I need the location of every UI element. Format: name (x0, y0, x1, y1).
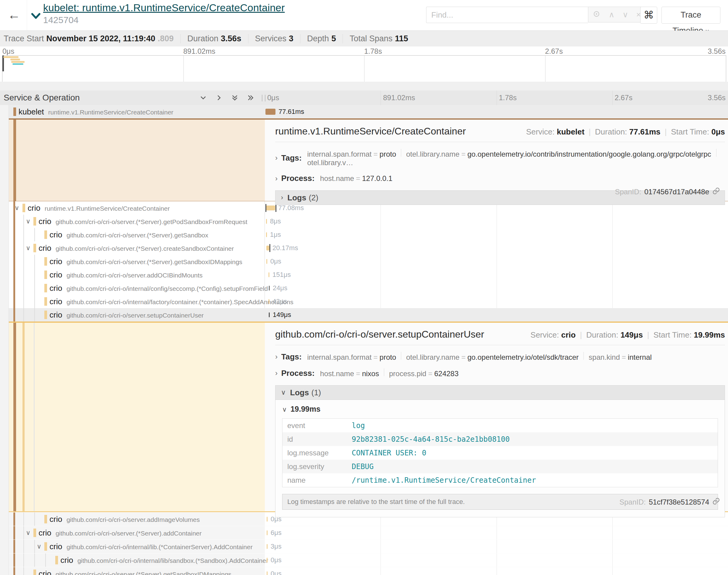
trace-title-link[interactable]: kubelet: runtime.v1.RuntimeService/Creat… (43, 2, 285, 14)
tag-kv: host.name=nixos (320, 369, 379, 378)
span-bar[interactable] (266, 219, 267, 224)
find-input[interactable] (426, 7, 588, 23)
trace-start: Trace StartNovember 15 2022, 11:19:40.80… (0, 34, 181, 43)
span-bar[interactable] (267, 530, 268, 535)
span-bar[interactable] (267, 517, 268, 521)
operation-name: github.com/cri-o/cri-o/server.setupConta… (67, 312, 204, 319)
copy-link-icon[interactable] (712, 187, 720, 197)
chevron-up-icon[interactable]: ∧ (609, 11, 615, 19)
log-field-row: eventlog (283, 419, 718, 433)
minimap-span-bar (10, 59, 20, 60)
collapse-trace-chevron-icon[interactable] (30, 10, 42, 23)
service-name[interactable]: criogithub.com/cri-o/cri-o/server.addOCI… (49, 270, 203, 280)
service-name[interactable]: criogithub.com/cri-o/cri-o/server.(*Serv… (49, 230, 208, 240)
service-name[interactable]: criogithub.com/cri-o/cri-o/server.(*Serv… (39, 569, 231, 575)
service-name[interactable]: kubeletruntime.v1.RuntimeService/CreateC… (19, 107, 173, 116)
minimap-tick-label: 2.67s (545, 47, 563, 56)
expand-all-icon[interactable] (246, 94, 255, 102)
span-duration: 3μs (271, 543, 282, 550)
tags-row[interactable]: › Tags: internal.span.format=protootel.l… (275, 149, 725, 167)
chevron-down-icon[interactable]: ∨ (37, 543, 41, 549)
header-divider (27, 0, 27, 30)
span-bar[interactable] (266, 206, 275, 210)
span-bar[interactable] (268, 299, 269, 304)
span-row[interactable]: criogithub.com/cri-o/cri-o/server.setupC… (0, 308, 728, 322)
span-bar[interactable] (268, 272, 269, 277)
service-name[interactable]: criogithub.com/cri-o/cri-o/server.addIma… (49, 515, 200, 524)
span-row[interactable]: ∨criogithub.com/cri-o/cri-o/server.(*Ser… (0, 215, 728, 228)
expand-one-icon[interactable] (215, 94, 223, 102)
span-duration: 77.08ms (278, 204, 304, 212)
log-entry-header[interactable]: ∨19.99ms (282, 405, 718, 413)
keyboard-shortcuts-button[interactable]: ⌘ (640, 7, 657, 24)
service-name[interactable]: criogithub.com/cri-o/cri-o/internal/fact… (49, 297, 293, 306)
indent-guide (23, 281, 24, 295)
span-row[interactable]: criogithub.com/cri-o/cri-o/server.(*Serv… (0, 567, 728, 575)
minimap-gap (0, 82, 728, 91)
chevron-down-icon[interactable]: ∨ (26, 218, 30, 224)
collapse-one-icon[interactable] (199, 94, 207, 102)
span-row[interactable]: ∨criogithub.com/cri-o/cri-o/server.(*Ser… (0, 241, 728, 255)
service-name[interactable]: criogithub.com/cri-o/cri-o/server.(*Serv… (39, 243, 234, 253)
span-detail-meta: Service: kubelet|Duration: 77.61ms|Start… (526, 127, 725, 137)
span-row[interactable]: ∨kubeletruntime.v1.RuntimeService/Create… (0, 105, 728, 119)
indent-guide (23, 215, 24, 228)
chevron-down-icon[interactable]: ∨ (26, 530, 30, 536)
span-row[interactable]: criogithub.com/cri-o/cri-o/server.(*Serv… (0, 255, 728, 268)
span-bar[interactable] (267, 544, 268, 549)
span-bar[interactable] (266, 259, 267, 264)
span-bar[interactable] (267, 558, 268, 563)
chevron-down-icon[interactable]: ∨ (623, 11, 628, 19)
service-color-bar (44, 542, 47, 551)
timeline-tick-label: 891.02ms (383, 94, 415, 102)
span-bar[interactable] (269, 286, 270, 291)
crosshair-icon[interactable] (592, 10, 601, 20)
trace-title-block: kubelet: runtime.v1.RuntimeService/Creat… (43, 2, 285, 25)
timeline-tick-label: 0μs (267, 94, 279, 102)
back-button[interactable]: ← (5, 7, 23, 23)
logs-accordion[interactable]: ∨ Logs(1) (275, 385, 725, 400)
service-name[interactable]: criogithub.com/cri-o/cri-o/internal/lib/… (60, 555, 268, 565)
trace-summary-bar: Trace StartNovember 15 2022, 11:19:40.80… (0, 31, 728, 46)
span-row[interactable]: ∨criogithub.com/cri-o/cri-o/server.(*Ser… (0, 526, 728, 539)
span-bar[interactable] (266, 232, 267, 237)
process-row[interactable]: › Process: host.name=127.0.0.1 (275, 174, 725, 183)
span-bar[interactable] (267, 571, 268, 575)
span-row[interactable]: criogithub.com/cri-o/cri-o/internal/conf… (0, 281, 728, 295)
service-name[interactable]: criogithub.com/cri-o/cri-o/server.(*Serv… (39, 528, 202, 538)
service-name[interactable]: criogithub.com/cri-o/cri-o/server.setupC… (49, 310, 204, 320)
operation-name: runtime.v1.RuntimeService/CreateContaine… (45, 205, 170, 212)
indent-guide (34, 540, 35, 553)
indent-guide (23, 553, 24, 567)
span-bar[interactable] (265, 109, 275, 115)
span-detail-setupcontaineruser: github.com/cri-o/cri-o/server.setupConta… (0, 322, 728, 512)
span-row[interactable]: criogithub.com/cri-o/cri-o/server.(*Serv… (0, 228, 728, 241)
span-duration: 8μs (270, 217, 281, 225)
service-name[interactable]: criogithub.com/cri-o/cri-o/internal/lib.… (49, 542, 253, 551)
span-row[interactable]: criogithub.com/cri-o/cri-o/internal/fact… (0, 295, 728, 308)
span-bar[interactable] (269, 312, 270, 317)
ancestor-guide (13, 268, 15, 281)
service-name[interactable]: criogithub.com/cri-o/cri-o/server.(*Serv… (49, 257, 242, 266)
span-row[interactable]: criogithub.com/cri-o/cri-o/server.addOCI… (0, 268, 728, 281)
app-header: ← kubelet: runtime.v1.RuntimeService/Cre… (0, 0, 728, 31)
tags-row[interactable]: › Tags: internal.span.format=protootel.l… (275, 352, 725, 362)
process-row[interactable]: › Process: host.name=nixosprocess.pid=62… (275, 368, 725, 378)
service-name[interactable]: crioruntime.v1.RuntimeService/CreateCont… (28, 203, 170, 213)
indent-guide (23, 268, 24, 281)
span-detail-title: github.com/cri-o/cri-o/server.setupConta… (275, 329, 484, 340)
minimap-gridline (184, 56, 184, 82)
span-row[interactable]: ∨criogithub.com/cri-o/cri-o/internal/lib… (0, 539, 728, 553)
log-field-row: log.messageCONTAINER USER: 0 (283, 446, 718, 460)
span-row[interactable]: criogithub.com/cri-o/cri-o/internal/lib/… (0, 553, 728, 567)
chevron-down-icon[interactable]: ∨ (14, 205, 19, 211)
chevron-down-icon[interactable]: ∨ (26, 245, 30, 251)
service-name[interactable]: criogithub.com/cri-o/cri-o/internal/conf… (49, 283, 268, 293)
copy-link-icon[interactable] (712, 497, 720, 507)
trace-duration: Duration3.56s (181, 34, 249, 43)
trace-minimap[interactable] (2, 55, 726, 82)
trace-view-select[interactable]: Trace Timeline∨ (661, 7, 720, 24)
collapse-all-icon[interactable] (231, 94, 239, 102)
span-bar[interactable] (266, 246, 269, 250)
service-name[interactable]: criogithub.com/cri-o/cri-o/server.(*Serv… (39, 217, 247, 226)
